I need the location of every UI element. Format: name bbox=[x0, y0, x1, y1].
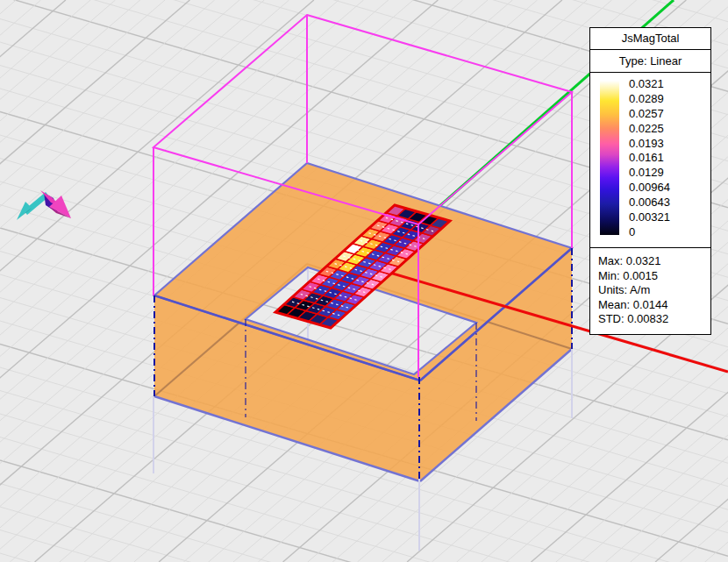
colorbar-tick-label: 0.00321 bbox=[629, 211, 670, 223]
legend-stat-line: STD: 0.00832 bbox=[598, 312, 705, 327]
legend-stat-line: Max: 0.0321 bbox=[598, 254, 705, 269]
colorbar-tick-label: 0.0161 bbox=[629, 152, 670, 163]
viewport-3d[interactable]: JsMagTotal Type: Linear 0.03210.02890.02… bbox=[0, 0, 728, 562]
legend-stat-line: Mean: 0.0144 bbox=[598, 298, 705, 313]
colorbar-gradient bbox=[600, 81, 619, 235]
colorbar-tick-label: 0.0321 bbox=[629, 78, 670, 89]
colorbar-tick-label: 0.0129 bbox=[629, 167, 670, 178]
plot-legend[interactable]: JsMagTotal Type: Linear 0.03210.02890.02… bbox=[589, 27, 711, 335]
legend-title: JsMagTotal bbox=[590, 28, 710, 50]
legend-stats: Max: 0.0321Min: 0.0015Units: A/mMean: 0.… bbox=[590, 248, 710, 334]
legend-stat-line: Units: A/m bbox=[598, 283, 705, 298]
colorbar-tick-label: 0.0289 bbox=[629, 93, 670, 104]
colorbar-tick-label: 0.0225 bbox=[629, 123, 670, 134]
legend-stat-line: Min: 0.0015 bbox=[598, 269, 705, 284]
legend-colorbar-section: 0.03210.02890.02570.02250.01930.01610.01… bbox=[590, 73, 710, 248]
colorbar-tick-label: 0 bbox=[629, 226, 670, 238]
legend-scale-type: Type: Linear bbox=[590, 50, 710, 73]
colorbar-tick-labels: 0.03210.02890.02570.02250.01930.01610.01… bbox=[629, 78, 670, 238]
colorbar-tick-label: 0.0193 bbox=[629, 138, 670, 149]
colorbar-tick-label: 0.00643 bbox=[629, 196, 670, 208]
colorbar-tick-label: 0.00964 bbox=[629, 181, 670, 193]
colorbar-tick-label: 0.0257 bbox=[629, 108, 670, 119]
